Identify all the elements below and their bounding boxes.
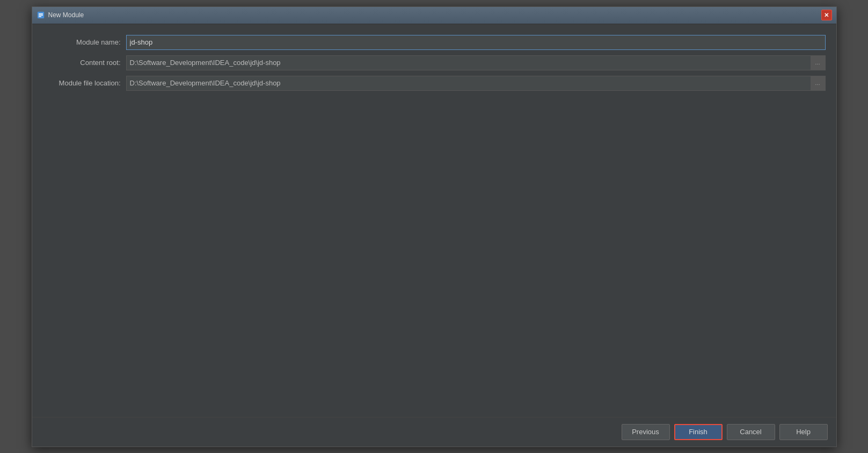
module-name-row: Module name: <box>43 35 826 50</box>
dialog-icon <box>37 11 45 19</box>
module-file-location-field-group: … <box>126 76 826 91</box>
finish-button[interactable]: Finish <box>674 424 723 440</box>
content-root-row: Content root: … <box>43 55 826 70</box>
cancel-button[interactable]: Cancel <box>727 424 775 440</box>
content-root-browse-button[interactable]: … <box>811 55 826 70</box>
module-file-location-row: Module file location: … <box>43 76 826 91</box>
new-module-dialog: New Module ✕ Module name: Content root: … <box>32 6 837 447</box>
content-root-field-group: … <box>126 55 826 70</box>
module-file-location-browse-button[interactable]: … <box>811 76 826 91</box>
module-name-label: Module name: <box>43 38 126 46</box>
module-name-input[interactable] <box>126 35 826 50</box>
close-button[interactable]: ✕ <box>821 10 832 20</box>
dialog-title: New Module <box>48 11 821 19</box>
content-spacer <box>43 96 826 412</box>
title-bar: New Module ✕ <box>32 7 836 24</box>
folder-icon: … <box>815 80 820 86</box>
svg-rect-1 <box>39 13 43 15</box>
content-root-input[interactable] <box>126 55 811 70</box>
help-button[interactable]: Help <box>779 424 828 440</box>
folder-icon: … <box>815 60 820 66</box>
dialog-content: Module name: Content root: … Module file… <box>32 24 836 417</box>
content-root-label: Content root: <box>43 59 126 67</box>
svg-rect-3 <box>39 16 41 17</box>
button-bar: Previous Finish Cancel Help <box>32 417 836 447</box>
module-file-location-label: Module file location: <box>43 79 126 87</box>
previous-button[interactable]: Previous <box>622 424 670 440</box>
svg-rect-2 <box>39 15 43 16</box>
module-file-location-input[interactable] <box>126 76 811 91</box>
form-area: Module name: Content root: … Module file… <box>43 35 826 96</box>
